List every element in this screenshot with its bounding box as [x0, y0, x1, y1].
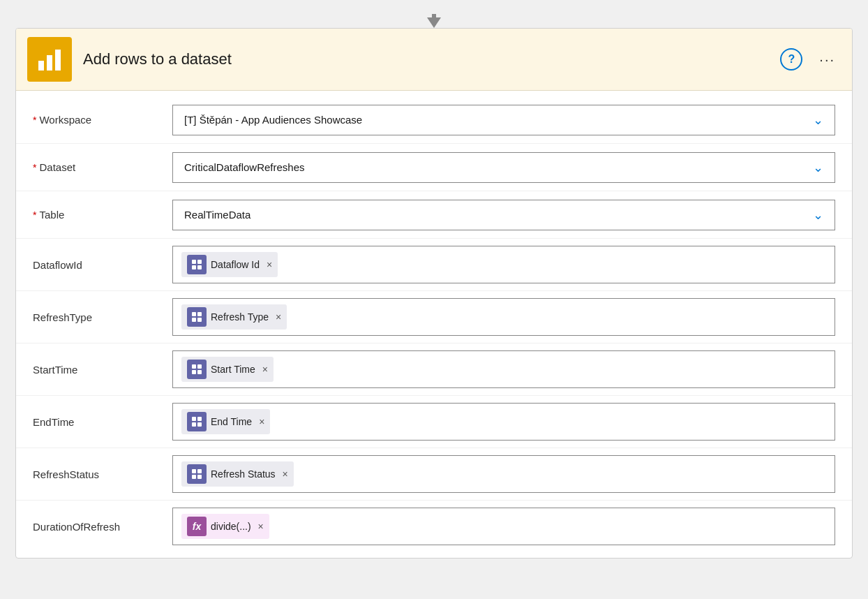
- refresh-status-label: RefreshStatus: [33, 468, 172, 480]
- dataset-row: * Dataset CriticalDataflowRefreshes ⌄: [16, 144, 852, 191]
- duration-of-refresh-row: DurationOfRefresh fx divide(...) ×: [16, 501, 852, 552]
- fx-icon: fx: [187, 517, 207, 536]
- table-required-star: *: [33, 209, 36, 221]
- refresh-type-token: Refresh Type ×: [181, 304, 287, 330]
- table-chevron-icon: ⌄: [813, 207, 823, 223]
- svg-rect-20: [197, 422, 202, 427]
- svg-rect-12: [197, 318, 202, 322]
- start-time-token-icon: [187, 360, 207, 379]
- end-time-token-icon: [187, 412, 207, 431]
- svg-rect-24: [197, 475, 202, 479]
- end-time-row: EndTime: [16, 396, 852, 448]
- end-time-token-label: End Time: [211, 416, 252, 427]
- end-time-label: EndTime: [33, 416, 172, 428]
- card-header: Add rows to a dataset ? ···: [16, 29, 852, 91]
- refresh-type-token-container[interactable]: Refresh Type ×: [172, 298, 835, 336]
- refresh-type-control: Refresh Type ×: [172, 298, 835, 336]
- refresh-status-token-container[interactable]: Refresh Status ×: [172, 455, 835, 493]
- refresh-type-label: RefreshType: [33, 311, 172, 323]
- svg-rect-11: [192, 318, 196, 322]
- start-time-label: StartTime: [33, 364, 172, 376]
- more-options-button[interactable]: ···: [814, 49, 841, 71]
- svg-rect-19: [192, 422, 196, 427]
- card-body: * Workspace [T] Štěpán - App Audiences S…: [16, 91, 852, 558]
- duration-of-refresh-token-close[interactable]: ×: [258, 521, 264, 532]
- action-card: Add rows to a dataset ? ··· * Workspace …: [15, 28, 853, 559]
- dataflow-id-control: Dataflow Id ×: [172, 246, 835, 283]
- svg-rect-21: [192, 469, 196, 473]
- card-title: Add rows to a dataset: [83, 50, 769, 68]
- dataset-required-star: *: [33, 162, 36, 173]
- help-button[interactable]: ?: [780, 48, 802, 71]
- svg-rect-5: [192, 260, 196, 264]
- table-control: RealTimeData ⌄: [172, 200, 835, 230]
- refresh-type-token-label: Refresh Type: [211, 311, 269, 323]
- workspace-label: * Workspace: [33, 114, 172, 126]
- start-time-control: Start Time ×: [172, 350, 835, 388]
- svg-rect-13: [192, 364, 196, 369]
- refresh-status-row: RefreshStatus: [16, 448, 852, 501]
- table-dropdown[interactable]: RealTimeData ⌄: [172, 200, 835, 230]
- dataflow-id-label: DataflowId: [33, 259, 172, 271]
- svg-rect-1: [432, 14, 436, 20]
- duration-of-refresh-label: DurationOfRefresh: [33, 521, 172, 533]
- svg-rect-16: [197, 370, 202, 374]
- refresh-type-token-close[interactable]: ×: [276, 311, 281, 323]
- svg-rect-10: [197, 312, 202, 316]
- refresh-status-token-close[interactable]: ×: [283, 468, 288, 480]
- duration-of-refresh-control: fx divide(...) ×: [172, 508, 835, 545]
- dataflow-id-row: DataflowId: [16, 239, 852, 291]
- svg-rect-3: [47, 55, 52, 71]
- refresh-status-token-icon: [187, 464, 207, 484]
- duration-of-refresh-fx-label: divide(...): [211, 521, 251, 532]
- end-time-token: End Time ×: [181, 409, 270, 434]
- svg-rect-6: [197, 260, 202, 264]
- duration-of-refresh-fx-token: fx divide(...) ×: [181, 514, 269, 539]
- dataflow-id-token-container[interactable]: Dataflow Id ×: [172, 246, 835, 283]
- action-icon: [27, 37, 72, 82]
- connector-arrow: [424, 14, 444, 28]
- workspace-control: [T] Štěpán - App Audiences Showcase ⌄: [172, 105, 835, 135]
- svg-rect-15: [192, 370, 196, 374]
- svg-rect-23: [192, 475, 196, 479]
- dataflow-id-token: Dataflow Id ×: [181, 252, 278, 277]
- dataset-dropdown[interactable]: CriticalDataflowRefreshes ⌄: [172, 152, 835, 183]
- refresh-status-control: Refresh Status ×: [172, 455, 835, 493]
- end-time-token-container[interactable]: End Time ×: [172, 403, 835, 441]
- duration-of-refresh-token-container[interactable]: fx divide(...) ×: [172, 508, 835, 545]
- end-time-control: End Time ×: [172, 403, 835, 441]
- svg-rect-9: [192, 312, 196, 316]
- workspace-chevron-icon: ⌄: [813, 112, 823, 128]
- svg-rect-4: [55, 50, 61, 71]
- refresh-type-token-icon: [187, 307, 207, 327]
- refresh-status-token: Refresh Status ×: [181, 461, 294, 487]
- svg-rect-8: [197, 265, 202, 269]
- dataflow-id-token-icon: [187, 255, 207, 274]
- dataflow-id-token-label: Dataflow Id: [211, 259, 260, 270]
- end-time-token-close[interactable]: ×: [259, 416, 264, 427]
- start-time-token-close[interactable]: ×: [262, 364, 268, 375]
- table-row: * Table RealTimeData ⌄: [16, 191, 852, 239]
- svg-rect-14: [197, 364, 202, 369]
- svg-rect-22: [197, 469, 202, 473]
- workspace-required-star: *: [33, 114, 36, 126]
- header-actions: ? ···: [780, 48, 841, 71]
- svg-rect-17: [192, 417, 196, 421]
- start-time-token-label: Start Time: [211, 364, 255, 375]
- start-time-token-container[interactable]: Start Time ×: [172, 350, 835, 388]
- refresh-type-row: RefreshType: [16, 291, 852, 343]
- svg-rect-18: [197, 417, 202, 421]
- dataset-label: * Dataset: [33, 161, 172, 173]
- table-label: * Table: [33, 209, 172, 221]
- start-time-token: Start Time ×: [181, 357, 274, 382]
- workspace-row: * Workspace [T] Štěpán - App Audiences S…: [16, 96, 852, 144]
- dataset-control: CriticalDataflowRefreshes ⌄: [172, 152, 835, 183]
- svg-rect-7: [192, 265, 196, 269]
- dataset-chevron-icon: ⌄: [813, 160, 823, 175]
- start-time-row: StartTime: [16, 343, 852, 396]
- svg-rect-2: [38, 61, 44, 71]
- workspace-dropdown[interactable]: [T] Štěpán - App Audiences Showcase ⌄: [172, 105, 835, 135]
- refresh-status-token-label: Refresh Status: [211, 468, 276, 480]
- dataflow-id-token-close[interactable]: ×: [267, 259, 272, 270]
